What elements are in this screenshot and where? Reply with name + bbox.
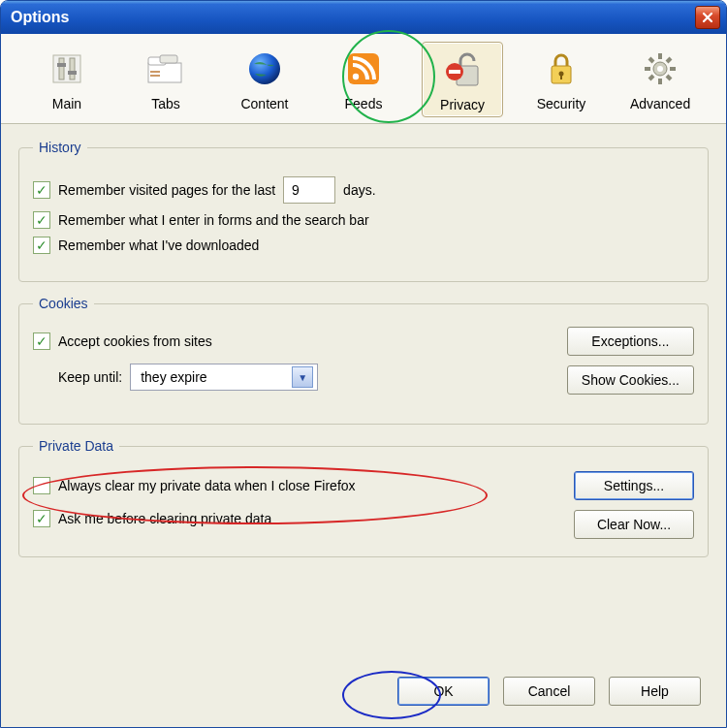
window-title: Options (11, 9, 695, 26)
svg-line-26 (667, 58, 671, 62)
svg-rect-18 (560, 75, 562, 79)
history-legend: History (33, 140, 87, 155)
dialog-button-bar: OK Cancel Help (1, 657, 726, 727)
svg-point-10 (249, 53, 280, 84)
always-clear-checkbox[interactable]: ✓ (33, 477, 50, 494)
tab-privacy-label: Privacy (440, 97, 485, 112)
svg-rect-3 (57, 63, 66, 67)
tab-tabs[interactable]: Tabs (125, 42, 206, 117)
globe-icon (246, 50, 283, 87)
close-button[interactable] (695, 6, 720, 29)
remember-forms-label: Remember what I enter in forms and the s… (58, 212, 369, 228)
unlock-privacy-icon (441, 50, 484, 89)
show-cookies-button[interactable]: Show Cookies... (567, 365, 694, 395)
help-button[interactable]: Help (609, 677, 701, 706)
remember-downloads-checkbox[interactable]: ✓ (33, 237, 50, 254)
svg-rect-2 (70, 58, 75, 79)
tab-privacy[interactable]: Privacy (422, 42, 503, 117)
tab-security-label: Security (537, 96, 586, 111)
lock-icon (544, 50, 579, 87)
remember-visited-label-suffix: days. (343, 182, 375, 198)
titlebar: Options (1, 1, 726, 34)
tab-security[interactable]: Security (521, 42, 602, 117)
private-data-group: Private Data Settings... Clear Now... ✓ … (18, 438, 709, 557)
tab-tabs-label: Tabs (151, 96, 180, 111)
svg-line-24 (649, 58, 653, 62)
private-data-legend: Private Data (33, 438, 119, 454)
chevron-down-icon: ▼ (292, 366, 313, 388)
keep-until-value: they expire (141, 369, 292, 385)
svg-rect-4 (68, 71, 77, 75)
close-icon (702, 12, 713, 23)
panel-privacy: History ✓ Remember visited pages for the… (1, 124, 726, 657)
ask-before-clear-label: Ask me before clearing private data (58, 511, 271, 526)
tab-advanced[interactable]: Advanced (619, 42, 701, 117)
keep-until-label: Keep until: (58, 369, 122, 385)
rss-icon (346, 51, 381, 86)
svg-rect-8 (150, 71, 160, 73)
remember-visited-checkbox[interactable]: ✓ (33, 181, 50, 199)
svg-rect-0 (53, 55, 80, 82)
always-clear-label: Always clear my private data when I clos… (58, 478, 356, 493)
tab-main-label: Main (52, 96, 81, 111)
tab-feeds-label: Feeds (345, 96, 383, 111)
exceptions-button[interactable]: Exceptions... (567, 327, 694, 356)
tab-advanced-label: Advanced (630, 96, 690, 111)
tab-feeds[interactable]: Feeds (323, 42, 404, 117)
remember-visited-label-prefix: Remember visited pages for the last (58, 182, 275, 198)
options-dialog: Options Main Tabs Content Feeds Privacy … (0, 0, 727, 728)
svg-rect-1 (59, 58, 64, 79)
remember-downloads-label: Remember what I've downloaded (58, 237, 259, 253)
slider-icon (49, 51, 84, 86)
ok-button[interactable]: OK (397, 677, 490, 706)
cookies-group: Cookies Exceptions... Show Cookies... ✓ … (18, 296, 709, 425)
ask-before-clear-checkbox[interactable]: ✓ (33, 510, 50, 527)
svg-rect-15 (449, 70, 460, 74)
svg-point-28 (657, 66, 663, 72)
accept-cookies-checkbox[interactable]: ✓ (33, 332, 50, 350)
accept-cookies-label: Accept cookies from sites (58, 333, 212, 349)
history-days-input[interactable] (283, 176, 335, 204)
svg-line-25 (667, 76, 671, 79)
tab-content-label: Content (240, 96, 288, 111)
remember-forms-checkbox[interactable]: ✓ (33, 211, 50, 229)
svg-point-12 (353, 74, 359, 79)
clear-now-button[interactable]: Clear Now... (574, 510, 694, 539)
cancel-button[interactable]: Cancel (503, 677, 595, 706)
svg-rect-7 (160, 55, 177, 63)
history-group: History ✓ Remember visited pages for the… (18, 140, 709, 282)
gear-icon (642, 50, 679, 87)
svg-line-27 (649, 76, 653, 79)
category-toolbar: Main Tabs Content Feeds Privacy Security… (1, 34, 726, 124)
settings-button[interactable]: Settings... (574, 471, 694, 500)
tab-main[interactable]: Main (26, 42, 108, 117)
svg-rect-9 (150, 75, 160, 77)
cookies-legend: Cookies (33, 296, 94, 311)
tab-content[interactable]: Content (224, 42, 305, 117)
tabs-icon (146, 53, 185, 84)
keep-until-select[interactable]: they expire ▼ (130, 364, 318, 391)
